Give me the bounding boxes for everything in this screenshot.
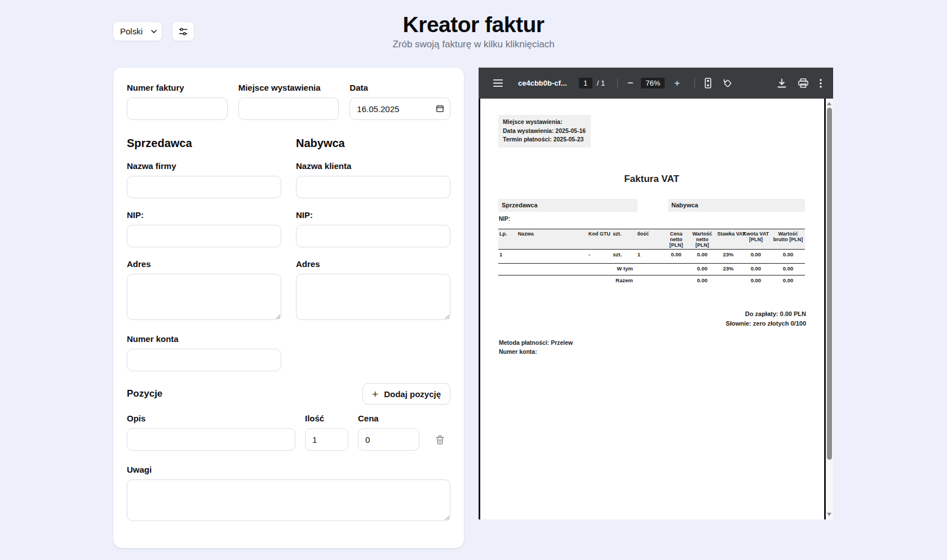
seller-nip-input[interactable] [127, 225, 281, 247]
pdf-preview-panel: ce4cbb0b-cf... 1 / 1 − 76% + [479, 68, 833, 519]
seller-nip-field: NIP: [127, 210, 281, 247]
doc-wtym-row: W tym 0.00 23% 0.00 0.00 [498, 264, 805, 275]
print-icon[interactable] [798, 78, 808, 88]
invoice-number-field: Numer faktury [127, 83, 228, 120]
invoice-document: Miejsce wystawienia: Data wystawienia: 2… [480, 99, 824, 519]
seller-nip-label: NIP: [127, 210, 281, 220]
page-count: / 1 [597, 79, 605, 87]
doc-totals: Do zapłaty: 0.00 PLN Słownie: zero złoty… [726, 309, 806, 328]
account-number-field: Numer konta [127, 334, 281, 371]
buyer-address-label: Adres [296, 259, 450, 269]
buyer-name-label: Nazwa klienta [296, 161, 450, 171]
seller-company-label: Nazwa firmy [127, 161, 281, 171]
item-price-label: Cena [358, 414, 419, 423]
invoice-number-input[interactable] [127, 97, 228, 120]
date-field: Data [349, 83, 450, 120]
doc-seller-header: Sprzedawca [498, 199, 638, 212]
doc-issue-date: Data wystawienia: 2025-05-16 [503, 127, 586, 136]
seller-company-field: Nazwa firmy [127, 161, 281, 198]
scroll-down-arrow[interactable] [827, 513, 831, 516]
doc-info-box: Miejsce wystawienia: Data wystawienia: 2… [498, 115, 591, 148]
fit-to-page-icon[interactable] [703, 78, 713, 88]
item-row: Opis Ilość Cena [127, 414, 450, 451]
issue-place-field: Miejsce wystawienia [238, 83, 339, 120]
scrollbar-thumb[interactable] [827, 108, 832, 460]
item-description-field: Opis [127, 414, 295, 451]
item-price-input[interactable] [358, 428, 419, 451]
language-select[interactable]: Polski [113, 21, 162, 41]
item-description-input[interactable] [127, 428, 295, 451]
seller-section: Sprzedawca Nazwa firmy NIP: Adres Numer … [127, 137, 281, 371]
invoice-meta-row: Numer faktury Miejsce wystawienia Data [127, 83, 450, 120]
top-controls: Polski [113, 21, 194, 41]
pdf-page: Miejsce wystawienia: Data wystawienia: 2… [479, 99, 826, 519]
more-options-icon[interactable] [820, 79, 822, 88]
buyer-name-field: Nazwa klienta [296, 161, 450, 198]
issue-place-input[interactable] [238, 97, 339, 120]
seller-address-label: Adres [127, 259, 281, 269]
date-input[interactable] [349, 97, 450, 120]
issue-place-label: Miejsce wystawienia [238, 83, 339, 92]
doc-table-header-row: Lp. Nazwa Kod GTU szt. Ilość Cena netto … [498, 229, 805, 250]
doc-amount-due: Do zapłaty: 0.00 PLN [726, 309, 806, 319]
language-selector-wrap: Polski [113, 21, 162, 41]
download-icon[interactable] [777, 78, 786, 88]
notes-field: Uwagi [127, 465, 450, 523]
doc-account-number: Numer konta: [499, 348, 573, 357]
settings-button[interactable] [172, 21, 194, 41]
toolbar-divider-2 [694, 78, 695, 88]
doc-razem-row: Razem 0.00 0.00 0.00 [498, 275, 805, 287]
page-number-input[interactable]: 1 [579, 78, 592, 88]
add-item-button-label: Dodaj pozycję [384, 389, 441, 399]
pdf-filename: ce4cbb0b-cf... [518, 79, 567, 87]
buyer-address-field: Adres [296, 259, 450, 322]
notes-textarea[interactable] [127, 479, 450, 521]
buyer-name-input[interactable] [296, 176, 450, 198]
doc-amount-in-words: Słownie: zero złotych 0/100 [726, 319, 806, 328]
seller-heading: Sprzedawca [127, 137, 281, 150]
doc-items-table: Lp. Nazwa Kod GTU szt. Ilość Cena netto … [498, 229, 805, 287]
toolbar-divider [617, 78, 618, 88]
menu-icon[interactable] [493, 79, 503, 87]
scroll-up-arrow[interactable] [827, 102, 831, 105]
add-item-button[interactable]: + Dodaj pozycję [362, 383, 450, 405]
seller-address-field: Adres [127, 259, 281, 322]
rotate-icon[interactable] [722, 78, 733, 89]
date-label: Data [349, 83, 450, 92]
invoice-form-card: Numer faktury Miejsce wystawienia Data [113, 68, 464, 548]
item-price-field: Cena [358, 414, 419, 451]
seller-company-input[interactable] [127, 176, 281, 198]
pdf-toolbar: ce4cbb0b-cf... 1 / 1 − 76% + [479, 68, 833, 99]
doc-payment-method: Metoda płatności: Przelew [499, 339, 573, 348]
item-description-label: Opis [127, 414, 295, 423]
zoom-in-button[interactable]: + [672, 78, 682, 89]
buyer-address-textarea[interactable] [296, 274, 450, 320]
doc-payment-info: Metoda płatności: Przelew Numer konta: [499, 339, 573, 356]
notes-label: Uwagi [127, 465, 450, 474]
account-number-input[interactable] [127, 349, 281, 371]
buyer-section: Nabywca Nazwa klienta NIP: Adres [296, 137, 450, 371]
buyer-nip-label: NIP: [296, 210, 450, 220]
sliders-icon [178, 26, 188, 37]
invoice-number-label: Numer faktury [127, 83, 228, 92]
doc-issue-place: Miejsce wystawienia: [503, 118, 586, 127]
item-quantity-field: Ilość [305, 414, 348, 451]
buyer-heading: Nabywca [296, 137, 450, 150]
doc-title: Faktura VAT [498, 174, 805, 185]
item-quantity-input[interactable] [305, 428, 348, 451]
pdf-scrollbar[interactable] [826, 99, 833, 519]
buyer-nip-field: NIP: [296, 210, 450, 247]
seller-address-textarea[interactable] [127, 274, 281, 320]
account-number-label: Numer konta [127, 334, 281, 344]
doc-buyer-header: Nabywca [668, 199, 805, 212]
delete-item-button[interactable] [429, 428, 450, 451]
plus-icon: + [372, 389, 378, 399]
trash-icon [435, 434, 445, 445]
doc-seller-nip: NIP: [499, 216, 510, 222]
doc-item-row: 1 - szt. 1 0.00 0.00 23% 0.00 0.00 [498, 250, 805, 264]
zoom-level[interactable]: 76% [641, 78, 665, 88]
doc-payment-due: Termin płatności: 2025-05-23 [503, 135, 586, 144]
zoom-out-button[interactable]: − [625, 77, 635, 89]
items-heading: Pozycje [127, 388, 162, 399]
buyer-nip-input[interactable] [296, 225, 450, 247]
